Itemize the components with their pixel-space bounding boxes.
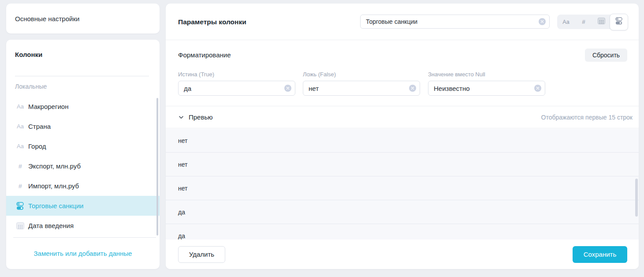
true-value-field: Истина (True) [178,71,295,96]
clear-icon[interactable] [284,85,291,92]
column-type-switcher: Aa # [557,15,628,29]
column-item-export[interactable]: # Экспорт, млн.руб [6,156,160,176]
chevron-down-icon[interactable] [178,114,184,120]
false-value-field: Ложь (False) [303,71,420,96]
number-type-icon: # [15,183,26,190]
column-item-label: Макрорегион [28,103,68,110]
main-settings-card[interactable]: Основные настройки [6,4,160,34]
panel-title: Параметры колонки [178,18,246,26]
formatting-section-title: Форматирование [178,51,231,59]
preview-cell: нет [178,185,187,192]
null-value-field: Значение вместо Null [428,71,545,96]
column-item-label: Экспорт, млн.руб [28,162,81,170]
text-type-icon: Aa [15,103,26,110]
main-settings-title: Основные настройки [15,15,79,22]
true-value-label: Истина (True) [178,71,295,78]
column-name-field-wrap [360,15,550,29]
true-value-input[interactable] [178,81,295,96]
columns-card: Колонки Локальные Aa Макрорегион Aa Стра… [6,40,160,269]
column-item-label: Импорт, млн,руб [28,182,79,190]
type-button-boolean[interactable] [610,14,628,30]
column-name-input[interactable] [360,15,550,29]
preview-scrollbar[interactable] [635,179,638,217]
calendar-icon [15,221,26,230]
preview-row: нет [166,176,639,200]
preview-cell: нет [178,137,187,144]
save-button[interactable]: Сохранить [573,246,627,263]
reset-button[interactable]: Сбросить [585,49,627,62]
column-item-macroregion[interactable]: Aa Макрорегион [6,97,160,116]
clear-icon[interactable] [409,85,416,92]
divider [15,76,149,76]
preview-cell: да [178,209,185,216]
delete-button[interactable]: Удалить [178,246,225,263]
column-item-trade-sanctions[interactable]: Торговые санкции [6,196,160,216]
text-type-icon: Aa [15,123,26,130]
clear-icon[interactable] [539,18,546,25]
number-type-icon: # [582,19,585,25]
replace-or-add-data-link[interactable]: Заменить или добавить данные [6,237,160,269]
null-value-label: Значение вместо Null [428,71,545,78]
column-item-city[interactable]: Aa Город [6,136,160,156]
columns-group-label: Локальные [15,83,47,90]
column-item-country[interactable]: Aa Страна [6,116,160,136]
null-value-input[interactable] [428,81,545,96]
type-button-text[interactable]: Aa [557,15,575,29]
panel-footer: Удалить Сохранить [166,240,639,269]
text-type-icon: Aa [15,143,26,150]
column-item-import[interactable]: # Импорт, млн,руб [6,176,160,196]
preview-row: нет [166,153,639,176]
preview-cell: да [178,232,185,240]
preview-rows: нет нет нет да да [166,129,639,240]
preview-row: да [166,224,639,240]
false-value-input[interactable] [303,81,420,96]
text-type-icon: Aa [562,19,569,25]
type-button-date[interactable] [592,15,610,29]
number-type-icon: # [15,163,26,170]
calendar-icon [597,17,606,27]
preview-title: Превью [189,113,213,121]
columns-title: Колонки [15,51,42,58]
preview-rows-note: Отображаются первые 15 строк [541,114,633,121]
preview-row: да [166,200,639,224]
column-item-label: Дата введения [28,222,74,229]
clear-icon[interactable] [534,85,541,92]
preview-cell: нет [178,161,187,168]
columns-list: Aa Макрорегион Aa Страна Aa Город # Эксп… [6,97,160,236]
column-item-label: Торговые санкции [28,202,83,210]
type-button-number[interactable]: # [575,15,592,29]
boolean-type-icon [15,202,26,210]
sidebar-scrollbar[interactable] [156,98,158,236]
preview-row: нет [166,129,639,153]
preview-section-header: Превью Отображаются первые 15 строк [166,106,639,128]
column-item-label: Город [28,142,46,150]
column-item-date-introduced[interactable]: Дата введения [6,216,160,236]
false-value-label: Ложь (False) [303,71,420,78]
column-item-label: Страна [28,123,51,130]
boolean-type-icon [615,17,623,27]
panel-header: Параметры колонки Aa # [166,4,639,40]
column-parameters-panel: Параметры колонки Aa # [166,4,639,269]
